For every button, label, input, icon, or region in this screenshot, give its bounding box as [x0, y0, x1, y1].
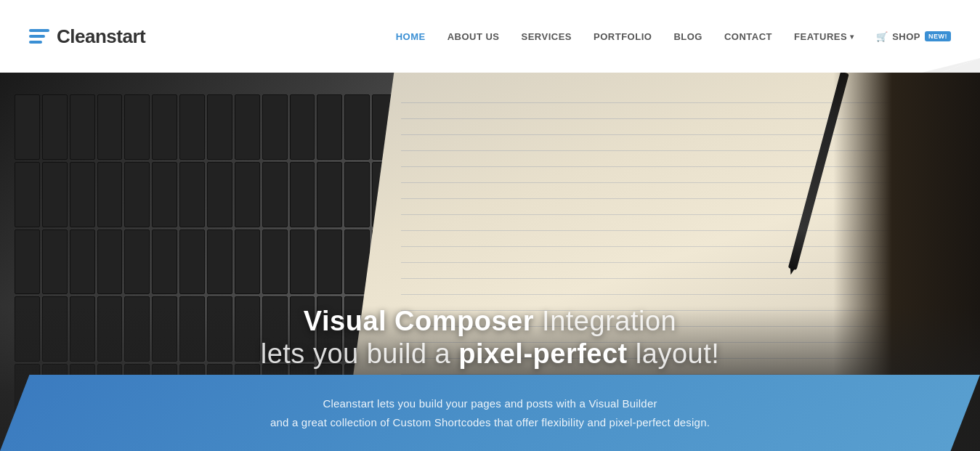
cart-icon: 🛒 [876, 31, 888, 42]
nav-item-about[interactable]: ABOUT US [448, 31, 500, 42]
hero-section: Visual Composer Integration lets you bui… [0, 73, 980, 451]
hero-headline-bold: Visual Composer [304, 306, 534, 336]
nav-item-home[interactable]: HOME [396, 31, 426, 42]
new-badge: NEW! [925, 31, 951, 41]
nav-item-shop[interactable]: 🛒 SHOP NEW! [876, 31, 951, 42]
blue-description-bar: Cleanstart lets you build your pages and… [0, 375, 980, 451]
logo-icon [29, 29, 49, 44]
site-header: Cleanstart HOME ABOUT US SERVICES PORTFO… [0, 0, 980, 73]
hero-description: Cleanstart lets you build your pages and… [270, 394, 710, 431]
nav-item-services[interactable]: SERVICES [522, 31, 572, 42]
nav-item-portfolio[interactable]: PORTFOLIO [594, 31, 652, 42]
hero-headline: Visual Composer Integration [200, 305, 781, 338]
logo-text: Cleanstart [57, 25, 145, 48]
hero-text: Visual Composer Integration lets you bui… [200, 305, 781, 371]
logo[interactable]: Cleanstart [29, 25, 145, 48]
hero-subheadline: lets you build a pixel-perfect layout! [200, 338, 781, 371]
nav-item-features[interactable]: FEATURES ▾ [794, 31, 854, 42]
chevron-down-icon: ▾ [850, 33, 854, 41]
nav-item-blog[interactable]: BLOG [673, 31, 702, 42]
nav-item-contact[interactable]: CONTACT [724, 31, 772, 42]
main-nav: HOME ABOUT US SERVICES PORTFOLIO BLOG CO… [396, 31, 951, 42]
